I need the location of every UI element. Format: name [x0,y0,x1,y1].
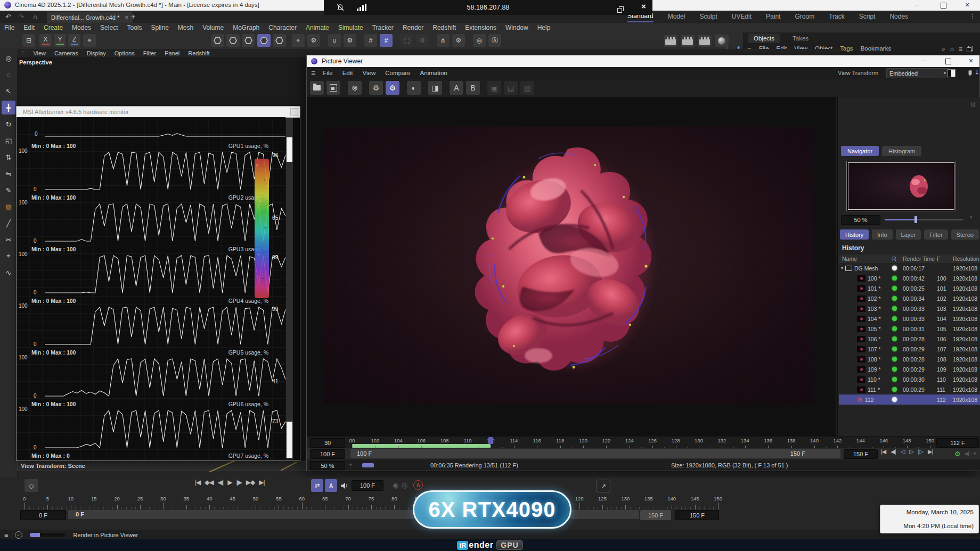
pv-zoom-field[interactable]: 50 % [310,461,345,470]
live-selection-icon[interactable]: ◌ [2,68,15,81]
main-range-start-field[interactable]: 0 F [20,510,66,520]
play-icon[interactable]: ▶ [227,479,232,486]
viewport-menu-redshift[interactable]: Redshift [188,50,209,56]
coordinate-system-icon[interactable]: ⌖ [83,34,96,47]
selection-cursor-icon[interactable]: ↖ [2,84,15,98]
viewport-menu-cameras[interactable]: Cameras [54,50,78,56]
measure-tool-icon[interactable]: ⌖ [2,249,15,263]
history-row[interactable]: 111 *00:00:291111920x108 [839,384,980,394]
menu-volume[interactable]: Volume [202,24,224,31]
pv-menu-edit[interactable]: Edit [342,70,353,76]
axis-split-icon[interactable]: ⋔ [437,34,450,47]
axis-lock-icon[interactable]: ⇅ [2,150,15,164]
history-row[interactable]: 110 *00:00:301101920x108 [839,374,980,384]
menu-character[interactable]: Character [268,24,297,31]
paint-tool-icon[interactable]: ▧ [2,200,15,213]
texture-mode-icon[interactable] [273,34,286,47]
pv-menu-file[interactable]: File [323,70,333,76]
history-header-name[interactable]: Name [839,256,892,262]
menu-simulate[interactable]: Simulate [338,24,363,31]
scale-tool-icon[interactable]: ◱ [2,134,15,147]
tab-navigator[interactable]: Navigator [841,146,879,156]
viewport-menu-view[interactable]: View [33,50,46,56]
set-image-a-icon[interactable]: A [450,81,463,95]
navigator-zoom-field[interactable]: 50 % [841,215,880,225]
axis-x-button[interactable]: X [39,34,52,47]
render-view-icon[interactable] [664,35,677,47]
history-row[interactable]: 107 *00:00:291071920x108 [839,344,980,354]
viewport-menu-icon[interactable]: ≡ [21,50,24,56]
history-row[interactable]: 100 *00:00:421001920x108 [839,273,980,283]
history-row[interactable]: 108 *00:00:281081920x108 [839,354,980,364]
axis-y-button[interactable]: Y [54,34,66,47]
pv-menu-compare[interactable]: Compare [385,70,410,76]
edges-mode-icon[interactable] [226,34,240,47]
modeling-badge-icon[interactable]: ◎ [473,34,486,47]
next-frame-icon[interactable]: |▶ [236,479,241,486]
history-header-f[interactable]: F [937,256,953,262]
main-range-end-field[interactable]: 150 F [675,510,719,520]
document-tab[interactable]: Differential... Growth.c4d * × [47,12,133,23]
move-tool-icon[interactable]: ╋ [2,101,15,114]
history-row[interactable]: 109 *00:00:291091920x108 [839,364,980,374]
menu-extensions[interactable]: Extensions [465,24,496,31]
msi-scrollbar-thumb[interactable] [287,137,292,162]
cancel-render-icon[interactable]: ⊗ [348,81,362,95]
msi-close-icon[interactable] [290,108,298,116]
history-row[interactable]: ⚙1121121920x108 [839,394,980,405]
tab-history[interactable]: History [840,229,869,240]
zoom-menu-icon[interactable]: ▾ [349,463,352,467]
menu-animate[interactable]: Animate [306,24,329,31]
brush-tool-icon[interactable]: ╱ [2,216,15,230]
history-row[interactable]: 104 *00:00:331041920x108 [839,314,980,324]
rotate-tool-icon[interactable]: ↻ [2,117,15,131]
chevron-down-icon[interactable]: ▾ [974,451,976,456]
menu-edit[interactable]: Edit [23,24,35,31]
tab-layer[interactable]: Layer [896,229,921,240]
graph-mode-icon[interactable]: ↗ [597,480,610,492]
msi-titlebar[interactable]: MSI Afterburner v4.6.5 hardware monitor [17,106,300,118]
axis-z-button[interactable]: Z [68,34,80,47]
history-row[interactable]: 103 *00:00:331031920x108 [839,303,980,314]
keyframe-diamond-icon[interactable]: ◇ [24,479,38,492]
model-mode-icon[interactable] [257,34,271,47]
spline-tool-icon[interactable]: ∿ [2,266,15,279]
redo-icon[interactable]: ↷ [18,13,24,20]
slider-menu-icon[interactable]: ▾ [970,215,973,220]
menu-file[interactable]: File [4,24,14,31]
goto-start-icon[interactable]: |◀ [195,479,200,486]
menu-tools[interactable]: Tools [127,24,142,31]
coordinates-icon[interactable]: ⊟ [22,34,35,47]
contrast-icon[interactable]: ◐ [407,81,421,95]
team-render-icon[interactable]: ⚙ [386,81,399,95]
history-row[interactable]: 105 *00:00:311051920x108 [839,324,980,334]
compare-ab-icon[interactable]: ◨ [428,81,442,95]
workspace-tab-uvedit[interactable]: UVEdit [732,13,752,22]
menu-spline[interactable]: Spline [151,24,168,31]
pv-menu-view[interactable]: View [363,70,376,76]
history-row[interactable]: ▾DG Mesh00:06:171920x108 [839,263,980,273]
speaker-icon[interactable] [965,451,971,457]
menu-redshift[interactable]: Redshift [432,24,456,31]
pv-menu-icon[interactable]: ≡ [311,69,315,77]
menu-tracker[interactable]: Tracker [372,24,394,31]
workplane-settings-icon[interactable]: ⚙ [307,34,320,47]
home-icon[interactable]: ⌂ [33,13,37,20]
menu-modes[interactable]: Modes [72,24,91,31]
pv-ruler[interactable]: 0010210410610811011211411611812012212412… [352,437,933,449]
viewport-menu-filter[interactable]: Filter [143,50,156,56]
menu-render[interactable]: Render [403,24,423,31]
viewport-menu-options[interactable]: Options [115,50,135,56]
prev-frame-icon[interactable]: ◀| [891,449,895,455]
tab-stereo[interactable]: Stereo [951,229,979,240]
workspace-tab-nodes[interactable]: Nodes [889,13,908,22]
snap-icon[interactable]: ∪ [328,34,341,47]
workspace-tab-paint[interactable]: Paint [766,13,780,22]
workspace-tab-track[interactable]: Track [829,13,845,22]
objects-menu-tags[interactable]: Tags [840,45,853,52]
workspace-tab-model[interactable]: Model [668,13,685,22]
play-backward-icon[interactable]: ◁ [901,449,904,455]
search-icon[interactable]: ⌕ [942,46,945,52]
autokey-icon[interactable]: A [413,480,423,490]
goto-start-icon[interactable]: |◀ [881,449,886,455]
